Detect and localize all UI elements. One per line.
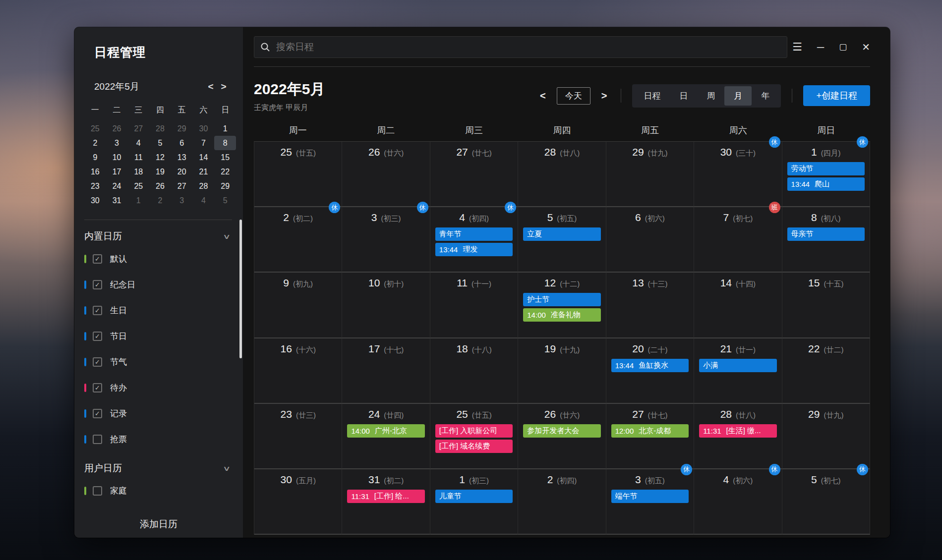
day-cell[interactable]: 18 (十八): [430, 338, 518, 404]
mini-calendar-day[interactable]: 10: [106, 150, 128, 165]
day-cell[interactable]: 20 (二十) 13:44 鱼缸换水: [606, 338, 694, 404]
mini-calendar-day[interactable]: 28: [193, 179, 215, 193]
mini-calendar-day[interactable]: 28: [149, 121, 171, 136]
day-cell[interactable]: 27 (廿七): [430, 142, 518, 207]
mini-calendar-day[interactable]: 8: [214, 136, 236, 150]
create-schedule-button[interactable]: +创建日程: [803, 85, 870, 106]
mini-calendar-day[interactable]: 5: [149, 136, 171, 150]
event-bar[interactable]: 立夏: [523, 227, 600, 241]
event-bar[interactable]: 儿童节: [435, 490, 513, 503]
event-bar[interactable]: 护士节: [523, 293, 600, 306]
event-bar[interactable]: 11:31 [生活] 缴...: [699, 424, 776, 438]
event-bar[interactable]: 母亲节: [787, 227, 865, 241]
view-tab[interactable]: 月: [724, 86, 752, 106]
view-tab[interactable]: 周: [697, 86, 724, 106]
calendar-checkbox[interactable]: [93, 486, 102, 496]
mini-calendar-day[interactable]: 16: [84, 165, 106, 179]
day-cell[interactable]: 13 (十三): [606, 273, 694, 338]
day-cell[interactable]: 10 (初十): [342, 273, 430, 338]
calendar-list-item[interactable]: 抢票: [84, 426, 243, 452]
mini-calendar-day[interactable]: 9: [84, 150, 106, 165]
mini-calendar-day[interactable]: 11: [127, 150, 149, 165]
day-cell[interactable]: 休 1 (四月) 劳动节 13:44 爬山: [782, 142, 870, 207]
menu-icon[interactable]: ☰: [792, 42, 802, 53]
search-box[interactable]: [254, 36, 787, 58]
day-cell[interactable]: 24 (廿四) 14:00 广州-北京: [342, 404, 430, 469]
calendar-checkbox[interactable]: ✓: [93, 254, 102, 264]
event-bar[interactable]: [工作] 域名续费: [435, 440, 513, 453]
mini-calendar-day[interactable]: 1: [127, 193, 149, 208]
day-cell[interactable]: 休 4 (初四) 青年节 13:44 理发: [430, 207, 518, 273]
day-cell[interactable]: 25 (廿五): [254, 142, 342, 207]
event-bar[interactable]: 端午节: [611, 490, 689, 503]
view-tab[interactable]: 日程: [634, 86, 670, 106]
day-cell[interactable]: 8 (初八) 母亲节: [782, 207, 870, 273]
search-input[interactable]: [276, 42, 781, 53]
mini-calendar-day[interactable]: 2: [84, 136, 106, 150]
calendar-checkbox[interactable]: ✓: [93, 409, 102, 418]
day-cell[interactable]: 2 (初四): [518, 469, 606, 535]
mini-calendar-day[interactable]: 27: [127, 121, 149, 136]
day-cell[interactable]: 休 2 (初二): [254, 207, 342, 273]
calendar-list-item[interactable]: ✓ 节日: [84, 323, 243, 349]
calendar-checkbox[interactable]: ✓: [93, 383, 102, 392]
day-cell[interactable]: 31 (初二) 11:31 [工作] 给...: [342, 469, 430, 535]
mini-calendar-day[interactable]: 22: [214, 165, 236, 179]
event-bar[interactable]: 12:00 北京-成都: [611, 424, 689, 438]
mini-calendar-day[interactable]: 27: [171, 179, 193, 193]
mini-calendar-day[interactable]: 5: [214, 193, 236, 208]
calendar-list-item[interactable]: ✓ 默认: [84, 246, 243, 272]
minimize-icon[interactable]: ─: [817, 42, 824, 52]
event-bar[interactable]: 参加开发者大会: [523, 424, 600, 438]
mini-calendar-day[interactable]: 4: [127, 136, 149, 150]
day-cell[interactable]: 休 4 (初六): [694, 469, 782, 535]
day-cell[interactable]: 12 (十二) 护士节 14:00 准备礼物: [518, 273, 606, 338]
day-cell[interactable]: 30 (五月): [254, 469, 342, 535]
calendar-checkbox[interactable]: ✓: [93, 357, 102, 367]
section-header[interactable]: 内置日历 ∨: [84, 230, 229, 243]
day-cell[interactable]: 休 5 (初七): [782, 469, 870, 535]
mini-calendar-day[interactable]: 23: [84, 179, 106, 193]
view-tab[interactable]: 日: [670, 86, 697, 106]
mini-calendar-day[interactable]: 19: [149, 165, 171, 179]
maximize-icon[interactable]: ▢: [839, 43, 847, 51]
event-bar[interactable]: 13:44 理发: [435, 243, 513, 256]
day-cell[interactable]: 6 (初六): [606, 207, 694, 273]
mini-calendar-day[interactable]: 6: [171, 136, 193, 150]
next-month-button[interactable]: >: [598, 90, 610, 102]
calendar-list-item[interactable]: ✓ 节气: [84, 349, 243, 375]
calendar-checkbox[interactable]: ✓: [93, 332, 102, 341]
mini-calendar-day[interactable]: 13: [171, 150, 193, 165]
mini-calendar-day[interactable]: 30: [84, 193, 106, 208]
day-cell[interactable]: 1 (初三) 儿童节: [430, 469, 518, 535]
section-header[interactable]: 用户日历 ∨: [84, 462, 229, 475]
day-cell[interactable]: 26 (廿六) 参加开发者大会: [518, 404, 606, 469]
mini-prev-month-button[interactable]: <: [204, 81, 217, 92]
day-cell[interactable]: 11 (十一): [430, 273, 518, 338]
day-cell[interactable]: 23 (廿三): [254, 404, 342, 469]
day-cell[interactable]: 14 (十四): [694, 273, 782, 338]
day-cell[interactable]: 9 (初九): [254, 273, 342, 338]
event-bar[interactable]: 劳动节: [787, 162, 865, 175]
calendar-checkbox[interactable]: ✓: [93, 280, 102, 289]
event-bar[interactable]: 11:31 [工作] 给...: [347, 490, 424, 503]
mini-calendar-day[interactable]: 12: [149, 150, 171, 165]
event-bar[interactable]: 13:44 爬山: [787, 177, 865, 191]
day-cell[interactable]: 休 3 (初三): [342, 207, 430, 273]
calendar-list-item[interactable]: ✓ 纪念日: [84, 272, 243, 297]
calendar-checkbox[interactable]: [93, 435, 102, 444]
mini-calendar-day[interactable]: 30: [193, 121, 215, 136]
mini-calendar-day[interactable]: 18: [127, 165, 149, 179]
day-cell[interactable]: 25 (廿五) [工作] 入职新公司 [工作] 域名续费: [430, 404, 518, 469]
mini-next-month-button[interactable]: >: [217, 81, 230, 92]
event-bar[interactable]: 14:00 准备礼物: [523, 308, 600, 322]
day-cell[interactable]: 班 7 (初七): [694, 207, 782, 273]
mini-calendar-day[interactable]: 14: [193, 150, 215, 165]
mini-calendar-day[interactable]: 15: [214, 150, 236, 165]
mini-calendar-day[interactable]: 25: [127, 179, 149, 193]
day-cell[interactable]: 休 3 (初五) 端午节: [606, 469, 694, 535]
mini-calendar-day[interactable]: 26: [149, 179, 171, 193]
mini-calendar-day[interactable]: 1: [214, 121, 236, 136]
event-bar[interactable]: 青年节: [435, 227, 513, 241]
day-cell[interactable]: 16 (十六): [254, 338, 342, 404]
